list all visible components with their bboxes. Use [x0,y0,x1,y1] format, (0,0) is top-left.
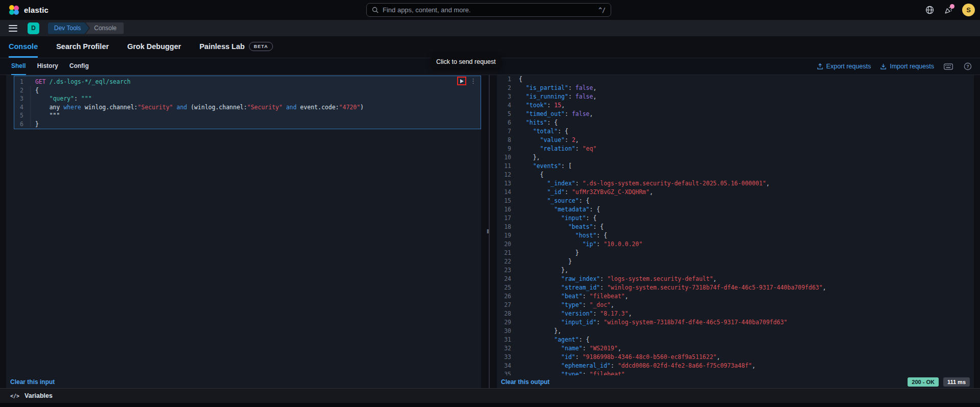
variables-label: Variables [24,392,53,399]
output-line: 23 }, [497,266,974,275]
output-line: 29 "input_id": "winlog-system-7318b74f-d… [497,318,974,327]
line-number: 4 [497,101,511,110]
clear-input-link[interactable]: Clear this input [10,378,55,386]
output-line: 19 "host": { [497,231,974,240]
breadcrumb-console: Console [85,22,123,34]
request-actions: ⋮ [457,77,478,85]
line-number: 3 [14,94,23,103]
console-toolbar: Export requests Import requests [817,61,980,71]
request-options-icon[interactable]: ⋮ [469,77,478,85]
output-line: 31 "agent": { [497,336,974,344]
output-footer: Clear this output 200 - OK 111 ms [497,375,974,388]
global-search-input[interactable]: Find apps, content, and more. ^/ [366,3,611,17]
tab-console[interactable]: Console [9,36,38,58]
tab-search-profiler[interactable]: Search Profiler [56,36,109,58]
line-number: 9 [497,145,511,153]
line-number: 15 [497,197,511,205]
output-line: 16 "metadata": { [497,205,974,214]
breadcrumb-dev-tools[interactable]: Dev Tools [48,22,89,34]
notification-dot [950,4,954,9]
line-number: 17 [497,214,511,223]
line-number: 13 [497,179,511,188]
globe-icon[interactable] [924,5,935,15]
export-icon [817,63,823,70]
newsfeed-icon[interactable] [943,5,953,15]
active-request-block[interactable]: 1GET /.ds-logs-*/_eql/search2{3 "query":… [14,76,481,129]
line-number: 28 [497,309,511,318]
output-line: 1{ [497,75,974,84]
output-line: 22 } [497,257,974,266]
output-line: 6 "hits": { [497,118,974,127]
editor-line: 6} [14,120,481,129]
output-line: 17 "input": { [497,214,974,223]
output-line: 8 "value": 2, [497,136,974,145]
editor-line: 1GET /.ds-logs-*/_eql/search [14,78,481,86]
line-number: 3 [497,92,511,101]
subtab-history[interactable]: History [37,58,58,75]
output-line: 12 { [497,171,974,179]
output-line: 30 }, [497,327,974,336]
output-line: 14 "_id": "ufMr3ZYBvGZ_C-XDQHRm", [497,188,974,197]
breadcrumb: Dev Tools Console [48,22,124,34]
tab-grok-debugger[interactable]: Grok Debugger [127,36,181,58]
line-number: 8 [497,136,511,145]
output-line: 35 "type": "filebeat" [497,370,974,375]
line-number: 27 [497,301,511,309]
code-block-icon: </> [10,393,19,399]
keyboard-shortcuts-icon[interactable] [943,61,953,71]
request-editor[interactable]: 1GET /.ds-logs-*/_eql/search2{3 "query":… [6,75,481,375]
line-number: 31 [497,336,511,344]
line-number: 24 [497,275,511,283]
line-number: 20 [497,240,511,249]
space-avatar[interactable]: D [28,22,39,34]
search-icon [372,7,379,13]
import-icon [880,63,887,70]
console-editor-panel: 1GET /.ds-logs-*/_eql/search2{3 "query":… [6,75,481,388]
output-line: 18 "beats": { [497,223,974,231]
line-number: 19 [497,231,511,240]
line-number: 11 [497,162,511,171]
output-line: 20 "ip": "10.0.0.20" [497,240,974,249]
clear-output-link[interactable]: Clear this output [501,378,549,386]
editor-footer: Clear this input [6,375,481,388]
header-actions: S [924,0,975,20]
line-number: 1 [497,75,511,84]
output-line: 11 "events": [ [497,162,974,171]
line-number: 12 [497,171,511,179]
subtab-config[interactable]: Config [69,58,89,75]
output-line: 2 "is_partial": false, [497,84,974,92]
menu-icon[interactable] [9,25,17,32]
output-line: 4 "took": 15, [497,101,974,110]
console-output-panel: 1{2 "is_partial": false,3 "is_running": … [497,75,974,388]
send-request-tooltip: Click to send request [431,55,501,68]
elastic-logo-icon [8,5,19,16]
export-requests-button[interactable]: Export requests [817,63,871,70]
output-line: 34 "ephemeral_id": "ddcd0086-02fd-4fe2-8… [497,362,974,370]
global-header: elastic Find apps, content, and more. ^/ [0,0,980,20]
response-time-badge: 111 ms [943,377,970,387]
panel-resizer[interactable]: ‖ [489,75,490,388]
import-requests-button[interactable]: Import requests [880,63,934,70]
subtab-shell[interactable]: Shell [11,58,26,75]
line-number: 30 [497,327,511,336]
help-icon[interactable]: ? [963,61,973,71]
output-line: 10 }, [497,153,974,162]
line-number: 34 [497,362,511,370]
line-number: 22 [497,257,511,266]
line-number: 26 [497,292,511,301]
output-line: 15 "_source": { [497,197,974,205]
line-number: 5 [497,110,511,118]
user-avatar[interactable]: S [962,4,975,16]
breadcrumb-bar: D Dev Tools Console [0,20,980,36]
tab-painless-lab[interactable]: Painless Lab BETA [199,36,273,58]
variables-toggle[interactable]: </> Variables [0,388,980,403]
search-placeholder: Find apps, content, and more. [383,6,594,14]
response-output[interactable]: 1{2 "is_partial": false,3 "is_running": … [497,75,974,375]
send-request-button[interactable] [457,77,466,85]
line-number: 1 [14,78,23,86]
kibana-dev-tools-page: elastic Find apps, content, and more. ^/ [0,0,980,407]
line-number: 21 [497,249,511,257]
line-number: 6 [497,118,511,127]
response-badges: 200 - OK 111 ms [908,377,970,387]
beta-badge: BETA [249,42,273,51]
